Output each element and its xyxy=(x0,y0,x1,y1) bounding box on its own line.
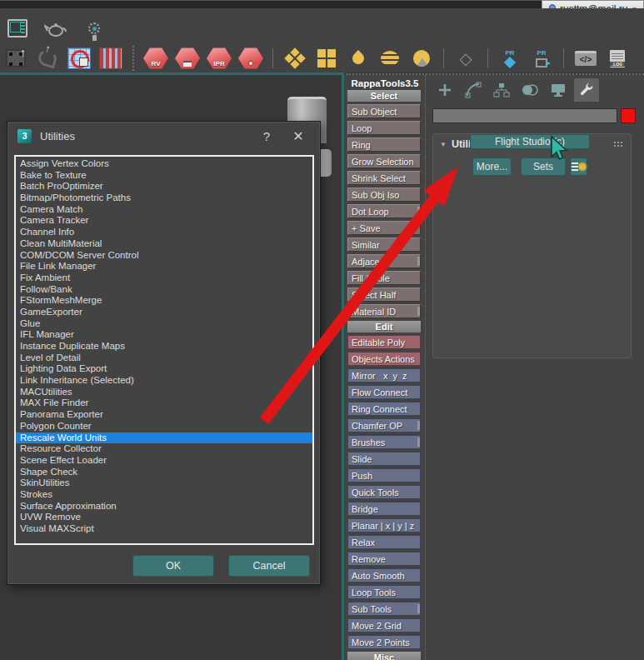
utility-list-item[interactable]: Shape Check xyxy=(16,467,312,478)
rappatools-button[interactable]: Fill / Hole xyxy=(347,271,421,285)
log-file-icon[interactable]: .LOG xyxy=(605,46,630,71)
cancel-button[interactable]: Cancel xyxy=(228,555,310,577)
corona-material-icon[interactable] xyxy=(346,46,371,71)
utility-list-item[interactable]: Polygon Counter xyxy=(16,421,312,432)
rappatools-button[interactable]: Flow Connect xyxy=(347,385,421,399)
rappatools-button[interactable]: Dot Loop xyxy=(347,204,421,218)
unwrap-uvw-icon[interactable] xyxy=(67,46,92,71)
utility-list-item[interactable]: Panorama Exporter xyxy=(16,409,312,421)
rappatools-button[interactable]: Loop xyxy=(347,121,421,135)
help-icon[interactable]: ? xyxy=(637,46,644,71)
sets-button[interactable]: Sets xyxy=(521,158,566,176)
utility-list-item[interactable]: Rescale World Units xyxy=(16,432,312,444)
rappatools-button[interactable]: Sub Tools xyxy=(347,602,421,616)
utility-list-item[interactable]: Resource Collector xyxy=(16,443,312,455)
utility-list-item[interactable]: Batch ProOptimizer xyxy=(16,181,312,192)
utility-list-item[interactable]: Level of Detail xyxy=(16,352,312,364)
utility-list-item[interactable]: Bake to Texture xyxy=(16,170,312,182)
rappatools-button[interactable]: Move 2 Points xyxy=(347,635,421,649)
rappatools-button[interactable]: Relax xyxy=(347,535,421,549)
render-setup-icon[interactable] xyxy=(5,16,30,41)
rappatools-button[interactable]: Ring Connect xyxy=(347,402,421,416)
utility-list-item[interactable]: Clean MultiMaterial xyxy=(16,238,312,250)
corona-sphere-icon[interactable] xyxy=(377,46,402,71)
utility-list-item[interactable]: Channel Info xyxy=(16,227,312,238)
close-icon[interactable]: ✕ xyxy=(287,128,310,144)
proxy-export-icon[interactable]: PR xyxy=(529,46,554,71)
help-button[interactable]: ? xyxy=(255,129,278,143)
utility-list-item[interactable]: Follow/Bank xyxy=(16,284,312,296)
utility-list-item[interactable]: Scene Effect Loader xyxy=(16,455,312,467)
utility-list-item[interactable]: Link Inheritance (Selected) xyxy=(16,375,312,387)
light-lister-icon[interactable] xyxy=(82,16,107,41)
utility-list-item[interactable]: COM/DCOM Server Control xyxy=(16,250,312,262)
rappatools-button[interactable]: Objects Actions xyxy=(347,352,421,366)
utilities-listbox[interactable]: Assign Vertex ColorsBake to TextureBatch… xyxy=(14,155,314,545)
rappatools-button[interactable]: Shrink Select xyxy=(347,171,421,185)
utility-list-item[interactable]: FStormMeshMerge xyxy=(16,295,312,307)
rappatools-button[interactable]: Material ID xyxy=(347,304,421,318)
tab-create[interactable] xyxy=(432,78,457,102)
object-color-swatch[interactable] xyxy=(621,108,636,123)
utility-list-item[interactable]: IFL Manager xyxy=(16,329,312,341)
rappatools-button[interactable]: Remove xyxy=(347,552,421,566)
utility-list-item[interactable]: GameExporter xyxy=(16,307,312,318)
tab-display[interactable] xyxy=(546,78,571,102)
corona-sun-icon[interactable] xyxy=(409,46,434,71)
tab-hierarchy[interactable] xyxy=(489,78,514,102)
utility-list-item[interactable]: Fix Ambient xyxy=(16,272,312,284)
corona-toolbar-icon[interactable] xyxy=(282,46,307,71)
editable-poly-icon[interactable] xyxy=(3,46,28,71)
utility-list-item[interactable]: File Link Manager xyxy=(16,261,312,272)
utility-list-item[interactable]: Glue xyxy=(16,318,312,330)
rendered-frame-teapot-icon[interactable] xyxy=(43,16,68,41)
rappatools-button[interactable]: Slide xyxy=(347,452,421,466)
utility-list-item[interactable]: Strokes xyxy=(16,489,312,501)
dialog-titlebar[interactable]: 3 Utilities ? ✕ xyxy=(7,122,320,150)
tab-modify[interactable] xyxy=(461,78,486,102)
utility-list-item[interactable]: Camera Tracker xyxy=(16,215,312,227)
utility-list-item[interactable]: Instance Duplicate Maps xyxy=(16,341,312,352)
rappatools-button[interactable]: Adjacent xyxy=(347,254,421,268)
rappatools-button[interactable]: Sub Obj Iso xyxy=(347,188,421,202)
rappatools-button[interactable]: Auto Smooth xyxy=(347,568,421,582)
utility-list-item[interactable]: Surface Approximation xyxy=(16,501,312,512)
vray-ipr-icon[interactable]: IPR xyxy=(207,46,232,71)
vray-frame-buffer-icon[interactable] xyxy=(175,46,200,71)
utility-list-item[interactable]: Lighting Data Export xyxy=(16,363,312,375)
rappatools-button[interactable]: Mirror x y z xyxy=(347,368,421,382)
vray-settings-icon[interactable] xyxy=(238,46,263,71)
vray-render-view-icon[interactable]: RV xyxy=(143,46,168,71)
object-name-field[interactable] xyxy=(432,108,617,123)
rappatools-button[interactable]: Ring xyxy=(347,138,421,152)
utility-list-item[interactable]: Bitmap/Photometric Paths xyxy=(16,192,312,204)
configure-sets-button[interactable] xyxy=(570,158,587,176)
rappatools-button[interactable]: Chamfer OP xyxy=(347,418,421,432)
utility-list-item[interactable]: Visual MAXScript xyxy=(16,523,312,535)
script-editor-icon[interactable]: </> xyxy=(573,46,598,71)
swift-loop-icon[interactable] xyxy=(35,46,60,71)
wireframe-cube-icon[interactable]: ◇ xyxy=(453,46,478,71)
tab-utilities[interactable] xyxy=(574,78,599,102)
rappatools-button[interactable]: Move 2 Grid xyxy=(347,618,421,632)
rappatools-button[interactable]: Quick Tools xyxy=(347,485,421,499)
rappatools-button[interactable]: Brushes xyxy=(347,435,421,449)
utility-list-item[interactable]: MAX File Finder xyxy=(16,398,312,409)
rappatools-button[interactable]: + Save xyxy=(347,221,421,235)
utility-list-item[interactable]: SkinUtilities xyxy=(16,478,312,489)
rappatools-button[interactable]: Planar | x | y | z xyxy=(347,518,421,532)
checker-pattern-icon[interactable] xyxy=(98,46,123,71)
more-button[interactable]: More... xyxy=(472,158,512,176)
utility-list-item[interactable]: Assign Vertex Colors xyxy=(16,158,312,170)
rappatools-button[interactable]: Loop Tools xyxy=(347,585,421,599)
drag-handle-icon[interactable] xyxy=(613,141,624,148)
proxy-cube-icon[interactable]: PR xyxy=(497,46,522,71)
rappatools-button[interactable]: Editable Poly xyxy=(347,335,421,349)
utility-button[interactable]: Flight Studio (c) xyxy=(470,134,590,149)
rappatools-button[interactable]: Push xyxy=(347,468,421,482)
rappatools-button[interactable]: Sub Object xyxy=(347,104,421,118)
utility-list-item[interactable]: Camera Match xyxy=(16,204,312,216)
rappatools-button[interactable]: Grow Selection xyxy=(347,154,421,168)
utility-list-item[interactable]: UVW Remove xyxy=(16,512,312,523)
utility-list-item[interactable]: MACUtilities xyxy=(16,387,312,398)
